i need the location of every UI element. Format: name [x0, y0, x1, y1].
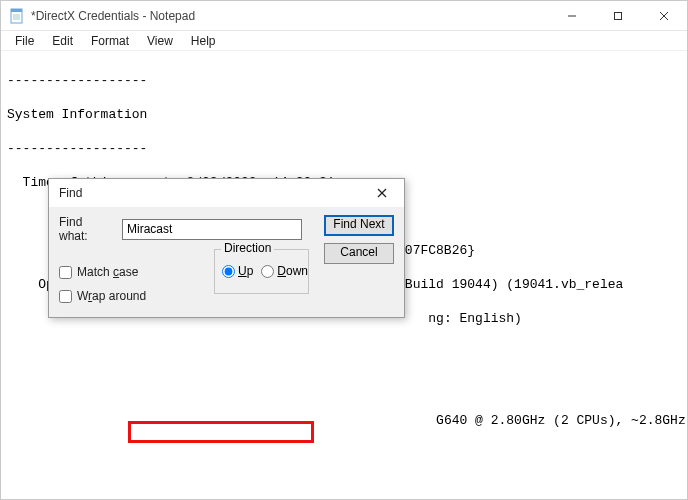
cancel-button[interactable]: Cancel — [324, 243, 394, 264]
window-title: *DirectX Credentials - Notepad — [31, 9, 549, 23]
doc-line: G640 @ 2.80GHz (2 CPUs), ~2.8GHz — [7, 412, 681, 429]
menu-file[interactable]: File — [7, 32, 42, 50]
find-title: Find — [59, 186, 366, 200]
notepad-icon — [9, 8, 25, 24]
direction-group: Direction Up Down — [214, 249, 309, 294]
match-case-checkbox[interactable]: Match case — [59, 265, 146, 279]
radio-down[interactable]: Down — [261, 264, 308, 278]
find-what-label: Find what: — [59, 215, 114, 243]
caption-buttons — [549, 1, 687, 30]
find-titlebar: Find — [49, 179, 404, 207]
find-next-button[interactable]: Find Next — [324, 215, 394, 236]
close-button[interactable] — [641, 1, 687, 30]
menubar: File Edit Format View Help — [1, 31, 687, 51]
find-close-button[interactable] — [366, 179, 398, 207]
menu-help[interactable]: Help — [183, 32, 224, 50]
maximize-button[interactable] — [595, 1, 641, 30]
menu-edit[interactable]: Edit — [44, 32, 81, 50]
doc-line — [7, 378, 681, 395]
doc-line — [7, 446, 681, 463]
menu-view[interactable]: View — [139, 32, 181, 50]
find-what-input[interactable] — [122, 219, 302, 240]
notepad-window: *DirectX Credentials - Notepad File Edit… — [0, 0, 688, 500]
svg-rect-1 — [11, 9, 22, 12]
find-body: Find what: Find Next Cancel Direction Up… — [49, 207, 404, 317]
find-dialog: Find Find what: Find Next Cancel Directi… — [48, 178, 405, 318]
direction-label: Direction — [221, 241, 274, 255]
minimize-button[interactable] — [549, 1, 595, 30]
doc-line: System Information — [7, 106, 681, 123]
doc-line — [7, 480, 681, 497]
doc-line: ------------------ — [7, 72, 681, 89]
titlebar: *DirectX Credentials - Notepad — [1, 1, 687, 31]
menu-format[interactable]: Format — [83, 32, 137, 50]
svg-rect-6 — [615, 12, 622, 19]
radio-up[interactable]: Up — [222, 264, 253, 278]
doc-line: ------------------ — [7, 140, 681, 157]
wrap-around-checkbox[interactable]: Wrap around — [59, 289, 146, 303]
doc-line — [7, 344, 681, 361]
